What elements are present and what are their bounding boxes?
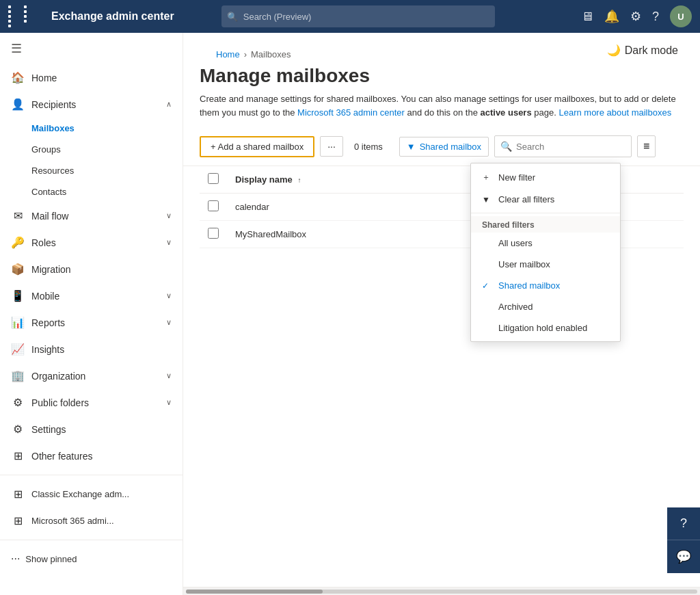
nav-divider-1: [0, 475, 183, 475]
dropdown-new-filter[interactable]: ＋ New filter: [471, 166, 620, 189]
plus-icon: ＋: [482, 172, 493, 183]
collapse-button[interactable]: ☰: [0, 33, 183, 64]
checkbox-mysharedmailbox[interactable]: [208, 228, 219, 239]
check-shared-mailbox-icon: ✓: [482, 281, 493, 291]
help-bottom-button[interactable]: ?: [667, 507, 700, 540]
home-icon: 🏠: [11, 71, 25, 84]
dropdown-separator-1: [471, 213, 620, 213]
dropdown-item-litigation[interactable]: Litigation hold enabled: [471, 317, 620, 339]
avatar[interactable]: U: [670, 5, 692, 27]
dropdown-section-shared-filters: Shared filters: [471, 216, 620, 233]
dropdown-item-shared-mailbox[interactable]: ✓ Shared mailbox: [471, 275, 620, 296]
chat-bottom-button[interactable]: 💬: [667, 540, 700, 573]
microsoft-365-label: Microsoft 365 admi...: [31, 516, 114, 526]
app-title: Exchange admin center: [51, 10, 174, 23]
sidebar-sub-resources[interactable]: Resources: [31, 160, 183, 181]
show-pinned-button[interactable]: ··· Show pinned: [0, 546, 183, 572]
view-options-button[interactable]: ≡: [637, 135, 656, 157]
dropdown-item-user-mailbox[interactable]: User mailbox: [471, 254, 620, 275]
sidebar-item-roles[interactable]: 🔑 Roles ∨: [0, 229, 183, 256]
sidebar-label-mobile: Mobile: [31, 291, 159, 302]
sidebar-item-other-features[interactable]: ⊞ Other features: [0, 442, 183, 469]
sidebar-label-migration: Migration: [31, 264, 172, 275]
topbar-icons: 🖥 🔔 ⚙ ? U: [581, 5, 692, 27]
sidebar-label-other-features: Other features: [31, 451, 172, 462]
sidebar-item-insights[interactable]: 📈 Insights: [0, 336, 183, 362]
search-box-icon: 🔍: [500, 141, 512, 152]
sidebar-item-public-folders[interactable]: ⚙ Public folders ∨: [0, 389, 183, 416]
breadcrumb-current: Mailboxes: [251, 49, 291, 60]
sidebar-item-settings[interactable]: ⚙ Settings: [0, 416, 183, 442]
display-name-mysharedmailbox: MySharedMailbox: [227, 221, 470, 248]
chevron-down-icon-roles: ∨: [166, 238, 172, 247]
sort-asc-icon[interactable]: ↑: [297, 176, 301, 184]
settings-icon[interactable]: ⚙: [630, 9, 641, 24]
col-header-display-name: Display name ↑: [227, 166, 470, 194]
page-description: Create and manage settings for shared ma…: [200, 92, 684, 119]
microsoft-365-icon: ⊞: [11, 514, 25, 527]
nav-divider-2: [0, 540, 183, 540]
dropdown-item-all-users[interactable]: All users: [471, 233, 620, 254]
mailboxes-table-area: Display name ↑ Recipient type calendar: [183, 166, 700, 587]
clear-icon: ▼: [482, 195, 493, 204]
roles-icon: 🔑: [11, 236, 25, 249]
breadcrumb: Home › Mailboxes: [200, 41, 308, 60]
breadcrumb-home[interactable]: Home: [216, 49, 240, 60]
chevron-up-icon: ∧: [166, 100, 172, 109]
scrollbar-thumb: [186, 590, 323, 594]
sidebar-item-mail-flow[interactable]: ✉ Mail flow ∨: [0, 202, 183, 229]
moon-icon: 🌙: [607, 44, 621, 57]
sidebar-item-microsoft-365[interactable]: ⊞ Microsoft 365 admi...: [0, 507, 183, 534]
display-name-calendar: calendar: [227, 194, 470, 221]
more-options-button[interactable]: ···: [320, 136, 343, 157]
filter-dropdown: ＋ New filter ▼ Clear all filters Shared …: [470, 163, 621, 342]
reports-icon: 📊: [11, 316, 25, 329]
sidebar-sub-contacts[interactable]: Contacts: [31, 181, 183, 202]
chevron-down-icon-reports: ∨: [166, 318, 172, 327]
mail-flow-icon: ✉: [11, 209, 25, 222]
row-checkbox-mysharedmailbox: [200, 221, 227, 248]
page-title: Manage mailboxes: [200, 65, 684, 87]
sidebar-item-recipients[interactable]: 👤 Recipients ∧: [0, 91, 183, 118]
horizontal-scrollbar[interactable]: [183, 587, 700, 595]
show-pinned-label: Show pinned: [25, 554, 77, 564]
sidebar-item-home[interactable]: 🏠 Home: [0, 64, 183, 91]
sidebar-item-organization[interactable]: 🏢 Organization ∨: [0, 362, 183, 389]
recipients-icon: 👤: [11, 98, 25, 111]
search-input[interactable]: [221, 5, 495, 27]
link-learn-more[interactable]: Learn more about mailboxes: [558, 107, 671, 118]
select-all-checkbox[interactable]: [208, 173, 219, 184]
filter-section: ▼ Shared mailbox 🔍 ≡: [399, 135, 656, 157]
sidebar-sub-groups[interactable]: Groups: [31, 139, 183, 160]
dropdown-clear-filters[interactable]: ▼ Clear all filters: [471, 189, 620, 210]
chevron-down-icon-mobile: ∨: [166, 291, 172, 300]
darkmode-button[interactable]: 🌙 Dark mode: [602, 41, 684, 60]
help-icon[interactable]: ?: [652, 10, 659, 24]
mailbox-search-input[interactable]: [516, 142, 625, 152]
sidebar-label-mail-flow: Mail flow: [31, 211, 159, 222]
sidebar-sub-mailboxes[interactable]: Mailboxes: [31, 118, 183, 139]
items-count: 0 items: [354, 142, 383, 152]
apps-grid-icon[interactable]: [8, 5, 38, 27]
chevron-down-icon-org: ∨: [166, 371, 172, 380]
breadcrumb-separator: ›: [244, 49, 247, 60]
screen-icon[interactable]: 🖥: [581, 10, 593, 24]
sidebar-label-reports: Reports: [31, 317, 159, 328]
sidebar-item-mobile[interactable]: 📱 Mobile ∨: [0, 282, 183, 309]
add-shared-mailbox-button[interactable]: + Add a shared mailbox: [200, 136, 314, 157]
dots-icon: ···: [11, 553, 20, 565]
filter-label: Shared mailbox: [420, 142, 481, 152]
sidebar-item-migration[interactable]: 📦 Migration: [0, 256, 183, 282]
link-365-admin[interactable]: Microsoft 365 admin center: [297, 107, 405, 118]
filter-button[interactable]: ▼ Shared mailbox: [399, 137, 489, 157]
other-features-icon: ⊞: [11, 449, 25, 462]
mobile-icon: 📱: [11, 289, 25, 302]
bell-icon[interactable]: 🔔: [604, 9, 619, 24]
sidebar-item-classic-exchange[interactable]: ⊞ Classic Exchange adm...: [0, 481, 183, 507]
darkmode-label: Dark mode: [625, 44, 678, 57]
topbar: Exchange admin center 🔍 🖥 🔔 ⚙ ? U: [0, 0, 700, 33]
checkbox-calendar[interactable]: [208, 200, 219, 211]
sidebar-item-reports[interactable]: 📊 Reports ∨: [0, 309, 183, 336]
classic-exchange-label: Classic Exchange adm...: [31, 489, 129, 499]
dropdown-item-archived[interactable]: Archived: [471, 296, 620, 317]
